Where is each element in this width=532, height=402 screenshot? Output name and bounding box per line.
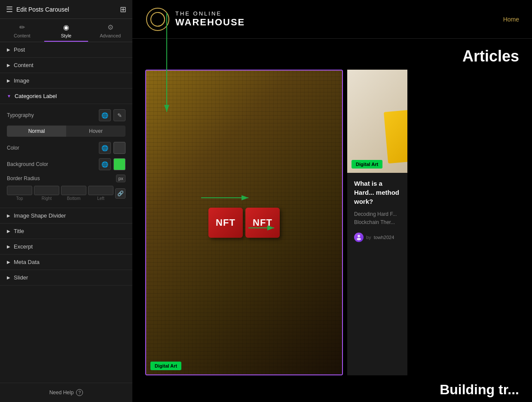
section-post[interactable]: ▶ Post — [0, 42, 132, 58]
section-content[interactable]: ▶ Content — [0, 58, 132, 73]
card-2-meta-left: by towh2024 — [354, 233, 394, 242]
content-tab-icon: ✏ — [19, 23, 25, 31]
border-right-input[interactable] — [34, 186, 59, 195]
border-right-label: Right — [42, 196, 52, 201]
svg-point-4 — [358, 235, 360, 237]
border-link-btn[interactable]: 🔗 — [115, 188, 125, 199]
card-2-image: Digital Art — [347, 70, 407, 173]
grid-icon[interactable]: ⊞ — [120, 5, 126, 14]
border-bottom-label: Bottom — [67, 196, 81, 201]
nft-cube-1: NFT — [208, 208, 243, 238]
post-arrow-icon: ▶ — [7, 47, 10, 52]
image-shape-arrow-icon: ▶ — [7, 213, 10, 218]
image-arrow-icon: ▶ — [7, 78, 10, 83]
help-question-icon: ? — [76, 389, 83, 396]
typography-label: Typography — [7, 112, 34, 118]
site-logo: THE ONLINE WAREHOUSE — [145, 7, 245, 32]
categories-arrow-icon: ▼ — [7, 94, 11, 98]
left-panel: ☰ Edit Posts Carousel ⊞ ✏ Content ◉ Styl… — [0, 0, 132, 402]
title-arrow-icon: ▶ — [7, 229, 10, 233]
card-2-avatar — [354, 233, 364, 242]
slider-arrow-icon: ▶ — [7, 275, 10, 280]
card-1-image: NFT NFT Digital Art — [146, 71, 342, 374]
tab-style[interactable]: ◉ Style — [44, 19, 89, 42]
article-card-2: Digital Art What is a Hard... method wor… — [347, 70, 407, 375]
card-2-title: What is a Hard... method work? — [354, 179, 401, 206]
panel-tabs: ✏ Content ◉ Style ⚙ Advanced — [0, 19, 132, 42]
normal-btn[interactable]: Normal — [7, 126, 66, 137]
logo-icon — [145, 7, 170, 32]
normal-hover-toggle: Normal Hover — [7, 126, 125, 137]
bg-color-row: Background Color 🌐 — [7, 158, 125, 170]
link-icon: 🔗 — [117, 190, 124, 196]
hamburger-icon[interactable]: ☰ — [6, 5, 13, 14]
border-top-wrap: Top — [7, 186, 32, 201]
categories-label-header[interactable]: ▼ Categories Label — [0, 89, 132, 104]
logo-text-brand: WAREHOUSE — [175, 17, 245, 28]
bg-globe-icon: 🌐 — [101, 161, 108, 168]
card-2-excerpt: Decoding Hard F... Blockchain Ther... — [354, 210, 401, 227]
typography-edit-btn[interactable]: ✎ — [113, 109, 125, 121]
topbar-left: ☰ Edit Posts Carousel — [6, 5, 69, 14]
color-controls: 🌐 — [99, 142, 125, 154]
panel-body: ▶ Post ▶ Content ▶ Image ▼ Categories La… — [0, 42, 132, 383]
border-right-wrap: Right — [34, 186, 59, 201]
card-2-body: What is a Hard... method work? Decoding … — [347, 173, 407, 248]
articles-section: Articles — [132, 39, 532, 70]
border-radius-header: Border Radius px — [7, 175, 125, 182]
section-image[interactable]: ▶ Image — [0, 73, 132, 89]
tab-content-label: Content — [14, 33, 31, 38]
nft-cubes: NFT NFT — [208, 208, 280, 238]
section-meta-data-label: Meta Data — [14, 259, 40, 265]
globe-icon: 🌐 — [101, 112, 108, 119]
hover-btn[interactable]: Hover — [66, 126, 125, 137]
categories-label-title: Categories Label — [15, 93, 57, 99]
section-slider-label: Slider — [14, 274, 28, 281]
categories-label-body: Typography 🌐 ✎ Normal Hover — [0, 104, 132, 208]
section-image-shape-divider[interactable]: ▶ Image Shape Divider — [0, 208, 132, 224]
svg-point-0 — [147, 8, 169, 31]
card-1-category-badge[interactable]: Digital Art — [150, 362, 181, 370]
cards-row: NFT NFT Digital Art Imaginary Ones and L… — [132, 70, 532, 375]
color-globe-btn[interactable]: 🌐 — [99, 142, 111, 154]
bg-color-label: Background Color — [7, 161, 48, 167]
typography-globe-btn[interactable]: 🌐 — [99, 109, 111, 121]
section-post-label: Post — [14, 46, 25, 53]
bg-color-swatch[interactable] — [113, 158, 125, 170]
section-slider[interactable]: ▶ Slider — [0, 270, 132, 285]
border-radius-unit[interactable]: px — [116, 175, 125, 182]
edit-pen-icon: ✎ — [117, 112, 122, 119]
color-label: Color — [7, 145, 19, 151]
border-top-label: Top — [16, 196, 23, 201]
bg-color-globe-btn[interactable]: 🌐 — [99, 158, 111, 170]
border-inputs: Top Right Bottom Left — [7, 186, 125, 201]
excerpt-arrow-icon: ▶ — [7, 244, 10, 249]
main-content: THE ONLINE WAREHOUSE Home Articles NFT N… — [132, 0, 532, 402]
logo-text: THE ONLINE WAREHOUSE — [175, 10, 245, 28]
border-radius-section: Border Radius px Top Right — [7, 175, 125, 201]
building-title: Building tr... — [145, 382, 519, 398]
categories-label-section: ▼ Categories Label Typography 🌐 ✎ — [0, 89, 132, 208]
style-tab-icon: ◉ — [63, 23, 69, 31]
section-content-label: Content — [14, 62, 34, 68]
content-arrow-icon: ▶ — [7, 63, 10, 68]
color-swatch[interactable] — [113, 142, 125, 154]
tab-content[interactable]: ✏ Content — [0, 19, 44, 42]
card-2-meta: by towh2024 — [354, 233, 401, 242]
section-title[interactable]: ▶ Title — [0, 224, 132, 239]
section-excerpt[interactable]: ▶ Excerpt — [0, 239, 132, 255]
border-top-input[interactable] — [7, 186, 32, 195]
advanced-tab-icon: ⚙ — [107, 23, 113, 31]
logo-text-top: THE ONLINE — [175, 10, 245, 17]
card-2-category-badge[interactable]: Digital Art — [352, 160, 382, 169]
border-left-input[interactable] — [88, 186, 113, 195]
bottom-section: Building tr... — [132, 375, 532, 402]
tab-advanced[interactable]: ⚙ Advanced — [88, 19, 132, 42]
panel-footer[interactable]: Need Help ? — [0, 383, 132, 402]
nft-cube-2: NFT — [245, 208, 280, 238]
border-bottom-input[interactable] — [61, 186, 86, 195]
border-radius-label: Border Radius — [7, 175, 40, 181]
section-meta-data[interactable]: ▶ Meta Data — [0, 255, 132, 270]
section-image-label: Image — [14, 77, 29, 84]
nav-home-link[interactable]: Home — [503, 16, 519, 23]
